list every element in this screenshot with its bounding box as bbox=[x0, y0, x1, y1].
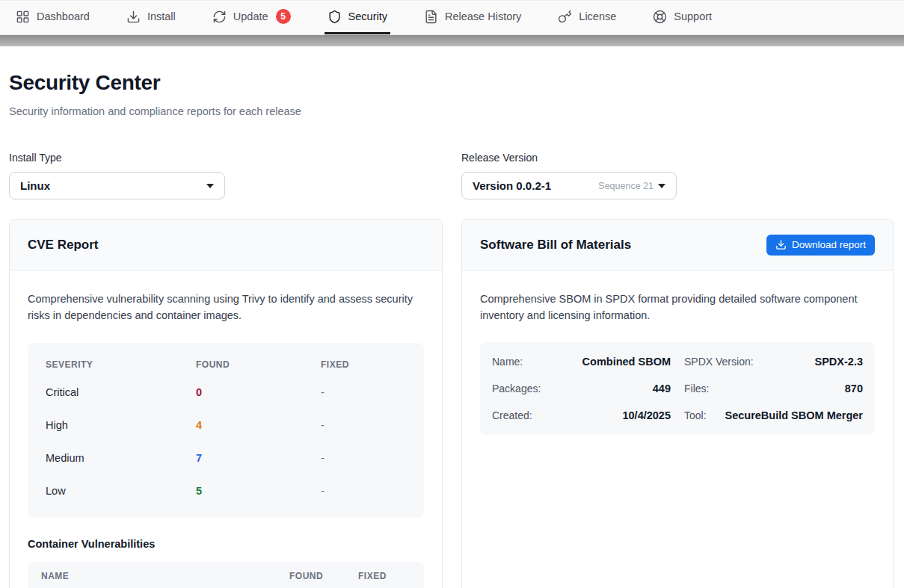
release-version-label: Release Version bbox=[461, 152, 894, 164]
nav-tab-label: Install bbox=[147, 10, 176, 22]
nav-tab-label: Security bbox=[348, 10, 387, 22]
sbom-info-grid: Name: Combined SBOM SPDX Version: SPDX-2… bbox=[480, 342, 875, 435]
release-version-value: Version 0.0.2-1 bbox=[473, 179, 551, 192]
fixed-col-header: FIXED bbox=[321, 359, 406, 370]
sequence-meta: Sequence 21 bbox=[598, 181, 654, 191]
cve-card-body: Comprehensive vulnerability scanning usi… bbox=[10, 270, 442, 588]
install-type-select[interactable]: Linux bbox=[9, 172, 225, 199]
shield-icon bbox=[328, 10, 342, 24]
nav-tab-label: Support bbox=[674, 10, 712, 22]
install-type-label: Install Type bbox=[9, 152, 443, 164]
page-subtitle: Security information and compliance repo… bbox=[9, 105, 894, 117]
field-value: SecureBuild SBOM Merger bbox=[725, 409, 863, 421]
sbom-card-title: Software Bill of Materials bbox=[480, 238, 631, 253]
sbom-card: Software Bill of Materials Download repo… bbox=[461, 219, 894, 588]
found-count: 7 bbox=[196, 452, 321, 464]
nav-tab-label: Dashboard bbox=[37, 10, 90, 22]
cve-report-card: CVE Report Comprehensive vulnerability s… bbox=[9, 219, 443, 588]
field-label: Tool: bbox=[684, 409, 707, 421]
severity-name: Medium bbox=[46, 452, 196, 464]
nav-tab-security[interactable]: Security bbox=[325, 1, 390, 34]
field-value: SPDX-2.3 bbox=[815, 356, 863, 368]
nav-tab-label: Update bbox=[233, 10, 268, 22]
sbom-field-spdx-version: SPDX Version: SPDX-2.3 bbox=[684, 348, 863, 375]
refresh-icon bbox=[212, 10, 227, 24]
field-label: Name: bbox=[492, 356, 523, 368]
chevron-down-icon bbox=[658, 184, 665, 188]
release-version-select[interactable]: Version 0.0.2-1 Sequence 21 bbox=[461, 172, 677, 199]
nav-tab-dashboard[interactable]: Dashboard bbox=[13, 1, 93, 34]
sbom-field-name: Name: Combined SBOM bbox=[492, 348, 671, 375]
download-icon bbox=[126, 10, 141, 24]
release-version-meta-group: Sequence 21 bbox=[598, 181, 665, 191]
filters-row: Install Type Linux Release Version Versi… bbox=[9, 152, 894, 199]
release-version-filter: Release Version Version 0.0.2-1 Sequence… bbox=[461, 152, 894, 199]
dashboard-grid-icon bbox=[16, 10, 30, 24]
cve-card-header: CVE Report bbox=[10, 220, 442, 270]
sbom-field-tool: Tool: SecureBuild SBOM Merger bbox=[684, 402, 863, 429]
nav-tab-release-history[interactable]: Release History bbox=[421, 1, 524, 34]
page-title: Security Center bbox=[9, 71, 894, 95]
field-value: 870 bbox=[845, 383, 863, 394]
table-row: Low 5 - bbox=[46, 474, 406, 507]
document-icon bbox=[424, 10, 438, 24]
nav-tab-install[interactable]: Install bbox=[123, 1, 179, 34]
fixed-count: - bbox=[321, 452, 406, 464]
field-label: Files: bbox=[684, 383, 709, 394]
severity-name: Low bbox=[46, 485, 196, 497]
cve-description: Comprehensive vulnerability scanning usi… bbox=[28, 291, 416, 324]
found-col-header: FOUND bbox=[196, 359, 321, 370]
sbom-field-packages: Packages: 449 bbox=[492, 375, 671, 402]
update-count-badge: 5 bbox=[276, 9, 291, 24]
install-type-value: Linux bbox=[20, 179, 50, 192]
key-icon bbox=[558, 10, 572, 24]
field-label: Created: bbox=[492, 409, 532, 421]
sbom-description: Comprehensive SBOM in SPDX format provid… bbox=[480, 291, 869, 324]
field-label: Packages: bbox=[492, 383, 541, 394]
found-count: 0 bbox=[196, 386, 321, 398]
fixed-count: - bbox=[321, 386, 406, 398]
table-row: High 4 - bbox=[46, 409, 406, 442]
severity-table-header: SEVERITY FOUND FIXED bbox=[46, 347, 406, 376]
sbom-card-body: Comprehensive SBOM in SPDX format provid… bbox=[462, 270, 893, 453]
sbom-field-created: Created: 10/4/2025 bbox=[492, 402, 671, 429]
field-value: 10/4/2025 bbox=[622, 409, 671, 421]
fixed-count: - bbox=[321, 419, 406, 431]
chevron-down-icon bbox=[206, 184, 214, 188]
sbom-field-files: Files: 870 bbox=[684, 375, 863, 402]
install-type-filter: Install Type Linux bbox=[9, 152, 443, 199]
severity-table: SEVERITY FOUND FIXED Critical 0 - High 4… bbox=[28, 343, 424, 518]
cards-row: CVE Report Comprehensive vulnerability s… bbox=[9, 219, 894, 588]
field-value: 449 bbox=[653, 383, 671, 394]
severity-name: High bbox=[46, 419, 196, 431]
table-row: Medium 7 - bbox=[46, 442, 406, 474]
found-count: 4 bbox=[196, 419, 321, 431]
download-report-button[interactable]: Download report bbox=[766, 235, 875, 256]
table-row: Critical 0 - bbox=[46, 376, 406, 409]
container-vulnerabilities-title: Container Vulnerabilities bbox=[28, 538, 424, 550]
sbom-card-header: Software Bill of Materials Download repo… bbox=[462, 220, 893, 270]
fixed-col-header: FIXED bbox=[358, 571, 411, 581]
severity-name: Critical bbox=[46, 386, 196, 398]
top-navigation: Dashboard Install Update 5 Security Rele… bbox=[0, 0, 904, 35]
name-col-header: NAME bbox=[41, 571, 289, 581]
nav-tab-label: License bbox=[579, 10, 616, 22]
severity-col-header: SEVERITY bbox=[46, 359, 196, 370]
divider-bar bbox=[0, 35, 904, 46]
container-table-header: NAME FOUND FIXED bbox=[28, 562, 424, 588]
cve-card-title: CVE Report bbox=[28, 238, 98, 253]
found-col-header: FOUND bbox=[289, 571, 358, 581]
page-content: Security Center Security information and… bbox=[0, 71, 904, 588]
download-report-label: Download report bbox=[792, 239, 866, 250]
nav-tab-update[interactable]: Update 5 bbox=[209, 1, 294, 34]
download-icon bbox=[775, 239, 787, 250]
nav-tab-label: Release History bbox=[445, 10, 521, 22]
fixed-count: - bbox=[321, 485, 406, 497]
nav-tab-license[interactable]: License bbox=[555, 1, 619, 34]
nav-tab-support[interactable]: Support bbox=[650, 1, 715, 34]
field-label: SPDX Version: bbox=[684, 356, 754, 368]
field-value: Combined SBOM bbox=[582, 356, 671, 368]
lifebuoy-icon bbox=[653, 10, 667, 24]
found-count: 5 bbox=[196, 485, 321, 497]
